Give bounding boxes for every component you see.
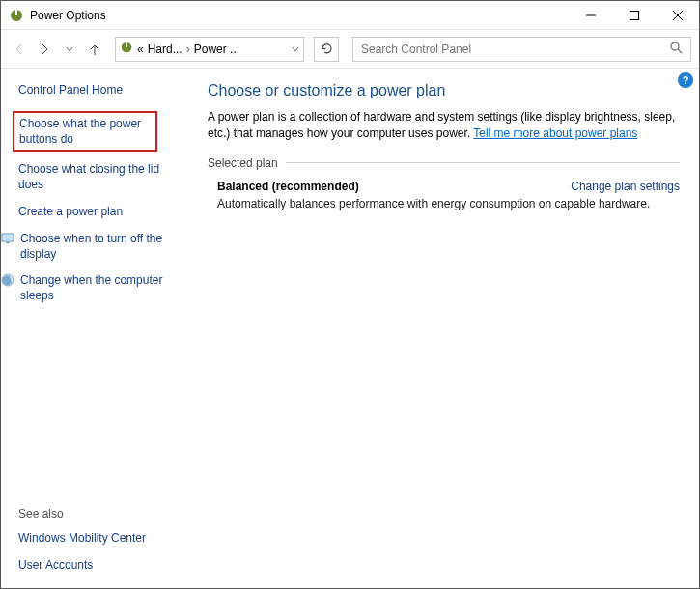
- toolbar: « Hard... › Power ...: [1, 30, 699, 69]
- user-accounts-link[interactable]: User Accounts: [18, 557, 194, 573]
- page-heading: Choose or customize a power plan: [208, 82, 680, 99]
- search-box[interactable]: [352, 37, 691, 62]
- maximize-button[interactable]: [612, 1, 656, 29]
- window-controls: [569, 1, 699, 29]
- plan-row: Balanced (recommended) Change plan setti…: [208, 180, 680, 193]
- choose-lid-close-link[interactable]: Choose what closing the lid does: [18, 161, 178, 192]
- breadcrumb-item[interactable]: Power ...: [194, 42, 239, 56]
- chevron-down-icon[interactable]: [292, 42, 299, 56]
- create-power-plan-link[interactable]: Create a power plan: [18, 204, 194, 219]
- chevron-right-icon: ›: [186, 42, 190, 56]
- display-icon: [1, 232, 14, 245]
- divider: [286, 162, 680, 163]
- breadcrumb-item[interactable]: Hard...: [148, 42, 182, 56]
- search-icon: [670, 42, 683, 57]
- minimize-button[interactable]: [569, 1, 612, 29]
- mobility-center-link[interactable]: Windows Mobility Center: [18, 530, 194, 546]
- control-panel-home-link[interactable]: Control Panel Home: [18, 82, 194, 98]
- window-title: Power Options: [30, 9, 569, 22]
- power-options-icon: [9, 8, 24, 23]
- highlighted-link-box: Choose what the power buttons do: [13, 111, 157, 151]
- see-also-label: See also: [18, 507, 194, 520]
- svg-point-9: [671, 42, 679, 50]
- plan-description: Automatically balances performance with …: [208, 197, 680, 210]
- refresh-button[interactable]: [314, 37, 339, 62]
- svg-rect-1: [15, 10, 17, 15]
- help-icon[interactable]: ?: [678, 72, 693, 88]
- svg-rect-11: [2, 234, 14, 241]
- svg-rect-12: [6, 242, 10, 243]
- sleep-icon: [1, 273, 14, 287]
- turn-off-display-link[interactable]: Choose when to turn off the display: [20, 231, 175, 262]
- page-description: A power plan is a collection of hardware…: [208, 109, 680, 143]
- search-input[interactable]: [361, 42, 670, 56]
- svg-line-10: [678, 49, 682, 53]
- sidebar: Control Panel Home Choose what the power…: [1, 69, 204, 588]
- address-bar[interactable]: « Hard... › Power ...: [115, 37, 304, 62]
- tell-me-more-link[interactable]: Tell me more about power plans: [473, 126, 637, 140]
- computer-sleeps-link[interactable]: Change when the computer sleeps: [20, 272, 175, 303]
- change-plan-settings-link[interactable]: Change plan settings: [571, 180, 680, 193]
- svg-rect-3: [630, 11, 638, 19]
- main-content: ? Choose or customize a power plan A pow…: [204, 69, 699, 588]
- selected-plan-header: Selected plan: [208, 156, 680, 170]
- breadcrumb-prefix: «: [137, 42, 144, 56]
- back-button[interactable]: [9, 39, 30, 60]
- body: Control Panel Home Choose what the power…: [1, 69, 699, 588]
- recent-dropdown[interactable]: [59, 39, 80, 60]
- titlebar: Power Options: [1, 1, 699, 30]
- power-options-icon: [120, 41, 133, 57]
- up-button[interactable]: [84, 39, 105, 60]
- svg-rect-8: [126, 42, 127, 47]
- selected-plan-label: Selected plan: [208, 156, 278, 170]
- close-button[interactable]: [656, 1, 699, 29]
- forward-button[interactable]: [34, 39, 55, 60]
- choose-power-buttons-link[interactable]: Choose what the power buttons do: [19, 116, 151, 147]
- plan-name: Balanced (recommended): [217, 180, 359, 193]
